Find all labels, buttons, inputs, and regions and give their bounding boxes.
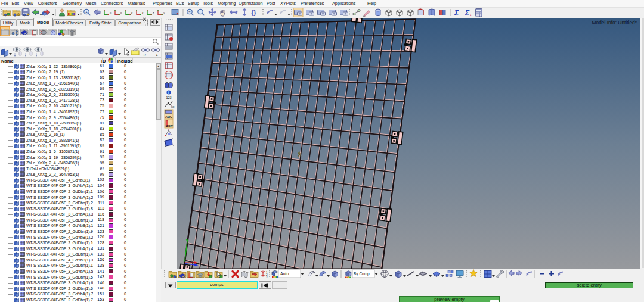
svg-text:i: i — [168, 91, 169, 95]
svg-text:{}: {} — [251, 9, 256, 16]
svg-text:By Comp: By Comp — [354, 272, 370, 276]
svg-text:ABC: ABC — [165, 115, 172, 119]
svg-text:Σ: Σ — [465, 9, 470, 17]
svg-text:kg: kg — [171, 105, 175, 108]
svg-text:Σ: Σ — [454, 9, 459, 17]
svg-text:ABC: ABC — [166, 124, 173, 128]
svg-text:↓: ↓ — [470, 13, 472, 17]
svg-text:Auto: Auto — [280, 272, 289, 276]
svg-text:+/−: +/− — [143, 53, 148, 57]
svg-text:123: 123 — [166, 96, 171, 99]
svg-text:Model Info: Untitled*: Model Info: Untitled* — [592, 19, 637, 25]
svg-text:+: + — [85, 10, 88, 14]
svg-text:−: − — [188, 10, 191, 14]
